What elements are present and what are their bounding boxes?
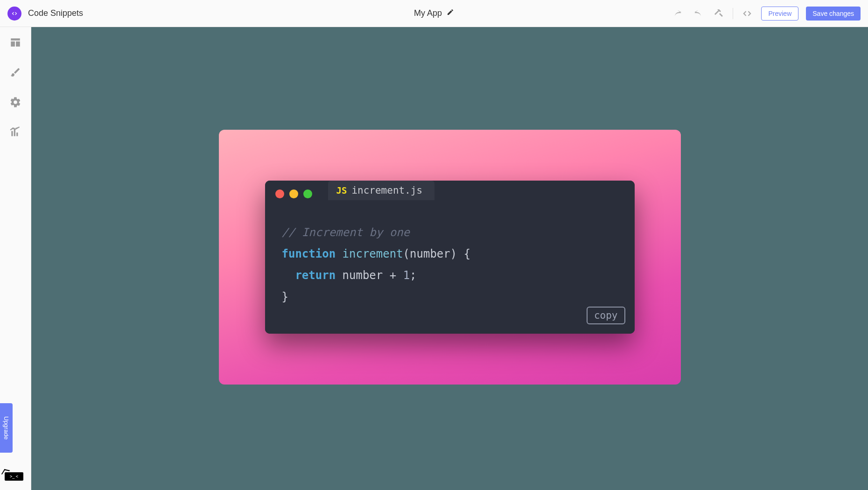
code-semicolon: ; — [410, 269, 416, 282]
file-tab[interactable]: JS increment.js — [328, 181, 435, 200]
code-funcname: increment — [343, 247, 403, 260]
app-header: Code Snippets My App Preview Save change… — [0, 0, 868, 27]
code-num: 1 — [403, 269, 410, 282]
code-window: JS increment.js // Increment by one func… — [265, 181, 635, 334]
code-icon[interactable] — [741, 7, 754, 20]
header-right: Preview Save changes — [671, 7, 861, 21]
canvas-area[interactable]: JS increment.js // Increment by one func… — [31, 27, 868, 490]
code-param: number — [410, 247, 450, 260]
code-kw-return: return — [295, 269, 336, 282]
analytics-icon[interactable] — [9, 126, 21, 138]
code-ident: number — [343, 269, 383, 282]
page-title: Code Snippets — [28, 8, 83, 18]
save-button[interactable]: Save changes — [806, 7, 861, 21]
app-logo-icon[interactable] — [7, 7, 21, 21]
code-op: + — [390, 269, 396, 282]
data-tab-icon[interactable] — [9, 36, 21, 49]
code-kw-function: function — [282, 247, 336, 260]
main-layout: Upgrade >_ < JS increment.js // Incremen… — [0, 27, 868, 490]
undo-icon[interactable] — [671, 7, 684, 20]
divider — [733, 8, 733, 19]
zoom-dot-icon — [303, 189, 312, 198]
close-dot-icon — [275, 189, 284, 198]
redo-icon[interactable] — [692, 7, 705, 20]
pencil-icon — [447, 8, 454, 18]
traffic-lights — [275, 189, 323, 200]
terminal-badge-icon[interactable]: >_ < — [5, 472, 23, 481]
code-open-brace: { — [464, 247, 470, 260]
app-name-label: My App — [414, 8, 442, 18]
minimize-dot-icon — [289, 189, 298, 198]
snippet-card: JS increment.js // Increment by one func… — [219, 130, 681, 385]
code-comment: // Increment by one — [282, 226, 410, 239]
code-close-paren: ) — [450, 247, 457, 260]
code-close-brace: } — [282, 290, 288, 303]
copy-button[interactable]: copy — [587, 307, 625, 324]
code-open-paren: ( — [403, 247, 410, 260]
filename-label: increment.js — [351, 185, 422, 196]
preview-button[interactable]: Preview — [761, 7, 798, 21]
sidebar: Upgrade >_ < — [0, 27, 31, 490]
brush-icon[interactable] — [9, 66, 21, 78]
header-left: Code Snippets — [7, 7, 83, 21]
upgrade-button[interactable]: Upgrade — [0, 403, 13, 453]
code-area[interactable]: // Increment by one function increment(n… — [265, 200, 635, 334]
hammer-icon[interactable] — [712, 7, 725, 20]
app-name-group[interactable]: My App — [414, 8, 454, 18]
gear-icon[interactable] — [9, 96, 21, 108]
js-lang-icon: JS — [336, 185, 347, 196]
window-titlebar: JS increment.js — [265, 181, 635, 200]
